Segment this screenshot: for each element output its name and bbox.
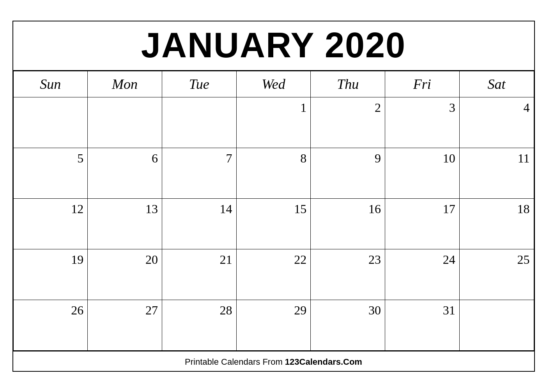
calendar-cell: 31: [385, 300, 460, 350]
calendar-cell: 16: [311, 198, 385, 249]
calendar-cell: 1: [236, 97, 311, 148]
calendar-body: 1234567891011121314151617181920212223242…: [13, 97, 534, 350]
calendar-cell: 24: [385, 249, 460, 300]
calendar-cell: 25: [459, 249, 534, 300]
week-row-3: 12131415161718: [13, 198, 534, 249]
calendar-cell: 22: [236, 249, 311, 300]
calendar-grid: SunMonTueWedThuFriSat 123456789101112131…: [13, 71, 534, 351]
calendar-cell: [13, 97, 88, 148]
calendar-cell: [162, 97, 236, 148]
calendar-cell: 15: [236, 198, 311, 249]
header-sun: Sun: [13, 71, 88, 97]
header-wed: Wed: [236, 71, 311, 97]
calendar-cell: 17: [385, 198, 460, 249]
calendar-cell: 19: [13, 249, 88, 300]
calendar-cell: 3: [385, 97, 460, 148]
calendar-cell: 30: [311, 300, 385, 350]
calendar-cell: [459, 300, 534, 350]
week-row-2: 567891011: [13, 148, 534, 198]
calendar-footer: Printable Calendars From 123Calendars.Co…: [13, 351, 534, 371]
calendar-cell: 10: [385, 148, 460, 198]
day-header-row: SunMonTueWedThuFriSat: [13, 71, 534, 97]
calendar-cell: 14: [162, 198, 236, 249]
calendar-cell: 21: [162, 249, 236, 300]
header-thu: Thu: [311, 71, 385, 97]
calendar-cell: 27: [88, 300, 162, 350]
week-row-4: 19202122232425: [13, 249, 534, 300]
week-row-5: 262728293031: [13, 300, 534, 350]
calendar-cell: [88, 97, 162, 148]
header-fri: Fri: [385, 71, 460, 97]
calendar-cell: 28: [162, 300, 236, 350]
calendar-cell: 26: [13, 300, 88, 350]
calendar-cell: 7: [162, 148, 236, 198]
calendar-cell: 4: [459, 97, 534, 148]
header-mon: Mon: [88, 71, 162, 97]
calendar-cell: 20: [88, 249, 162, 300]
calendar-title: JANUARY 2020: [13, 21, 534, 71]
calendar-cell: 29: [236, 300, 311, 350]
calendar-cell: 9: [311, 148, 385, 198]
footer-text: Printable Calendars From: [185, 357, 285, 367]
calendar-cell: 2: [311, 97, 385, 148]
header-tue: Tue: [162, 71, 236, 97]
calendar-cell: 11: [459, 148, 534, 198]
calendar-cell: 5: [13, 148, 88, 198]
header-sat: Sat: [459, 71, 534, 97]
calendar-container: JANUARY 2020 SunMonTueWedThuFriSat 12345…: [12, 21, 535, 372]
calendar-cell: 12: [13, 198, 88, 249]
calendar-cell: 13: [88, 198, 162, 249]
footer-brand: 123Calendars.Com: [285, 357, 362, 367]
calendar-cell: 18: [459, 198, 534, 249]
calendar-cell: 8: [236, 148, 311, 198]
calendar-cell: 23: [311, 249, 385, 300]
calendar-cell: 6: [88, 148, 162, 198]
week-row-1: 1234: [13, 97, 534, 148]
